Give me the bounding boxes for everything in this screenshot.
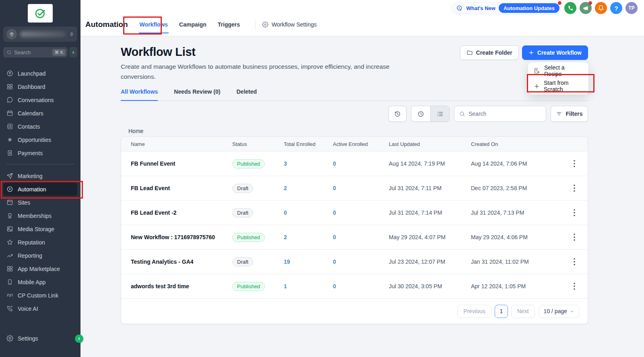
- sidebar-item-payments[interactable]: $ Payments: [3, 146, 77, 160]
- last-updated: May 29 2024, 4:07 PM: [389, 234, 471, 240]
- menu-item-select-recipe[interactable]: Select a Recipe: [528, 63, 588, 78]
- list-view-button[interactable]: [430, 106, 449, 121]
- tab-all-workflows[interactable]: All Workflows: [121, 88, 158, 101]
- sidebar-item-marketing[interactable]: Marketing: [3, 169, 77, 183]
- total-enrolled-link[interactable]: 0: [284, 209, 333, 216]
- workflow-settings-button[interactable]: Workflow Settings: [262, 21, 317, 28]
- table-row[interactable]: New Workflow : 1716978975760 Published 2…: [121, 225, 588, 250]
- active-enrolled-link[interactable]: 0: [333, 283, 389, 289]
- active-enrolled-link[interactable]: 0: [333, 259, 389, 265]
- table-row[interactable]: Testing Analytics - GA4 Draft 19 0 Jul 2…: [121, 250, 588, 274]
- row-menu-button[interactable]: [569, 232, 580, 243]
- table-row[interactable]: FB Lead Event Draft 2 0 Jul 31 2024, 7:1…: [121, 176, 588, 201]
- sidebar-item-cp-custom-link[interactable]: CP Custom Link: [3, 289, 77, 302]
- active-enrolled-link[interactable]: 0: [333, 160, 389, 167]
- sidebar-item-contacts[interactable]: Contacts: [3, 120, 77, 133]
- total-enrolled-link[interactable]: 19: [284, 259, 333, 265]
- create-workflow-button[interactable]: Create Workflow: [522, 45, 588, 60]
- announcements-button[interactable]: [580, 2, 592, 14]
- sidebar-item-dashboard[interactable]: Dashboard: [3, 80, 77, 93]
- table-row[interactable]: FB Lead Event -2 Draft 0 0 Jul 31 2024, …: [121, 201, 588, 225]
- workflow-name[interactable]: FB Lead Event -2: [121, 209, 232, 216]
- active-enrolled-link[interactable]: 0: [333, 234, 389, 240]
- sidebar-item-memberships[interactable]: Memberships: [3, 209, 77, 222]
- create-workflow-menu: Select a Recipe Start from Scratch: [528, 62, 588, 94]
- sidebar-item-label: Reporting: [18, 252, 42, 259]
- status-badge: Published: [232, 159, 265, 168]
- sidebar-item-label: Payments: [18, 150, 43, 156]
- automation-updates-badge[interactable]: Automation Updates: [499, 3, 559, 13]
- sidebar-item-voice-ai[interactable]: Voice AI: [3, 302, 77, 315]
- user-avatar[interactable]: TP: [625, 2, 638, 14]
- history-button[interactable]: [388, 106, 407, 122]
- workflow-table-card: Name Status Total Enrolled Active Enroll…: [121, 136, 588, 324]
- sidebar-item-calendars[interactable]: Calendars: [3, 107, 77, 120]
- total-enrolled-link[interactable]: 3: [284, 160, 333, 167]
- launchpad-icon: [6, 70, 13, 77]
- breadcrumb[interactable]: Home: [121, 128, 588, 134]
- next-page-button[interactable]: Next: [511, 305, 535, 318]
- sidebar-item-reporting[interactable]: Reporting: [3, 249, 77, 262]
- sidebar-item-conversations[interactable]: Conversations: [3, 93, 77, 107]
- filter-lines-icon: [556, 111, 562, 117]
- workflow-name[interactable]: New Workflow : 1716978975760: [121, 234, 232, 240]
- sidebar-item-sites[interactable]: Sites: [3, 196, 77, 209]
- whats-new-button[interactable]: What's New Automation Updates: [451, 2, 561, 14]
- total-enrolled-link[interactable]: 2: [284, 234, 333, 240]
- gear-icon: [6, 335, 13, 342]
- sidebar-item-settings[interactable]: Settings: [3, 332, 77, 345]
- timeline-view-button[interactable]: [411, 106, 430, 121]
- page-head: Workflow List Create and manage Workflow…: [121, 45, 588, 82]
- header-divider: [255, 19, 256, 30]
- sidebar-item-media-storage[interactable]: Media Storage: [3, 222, 77, 236]
- tab-needs-review[interactable]: Needs Review (0): [174, 88, 220, 101]
- row-menu-button[interactable]: [569, 183, 580, 194]
- active-enrolled-link[interactable]: 0: [333, 209, 389, 216]
- sidebar-item-launchpad[interactable]: Launchpad: [3, 67, 77, 80]
- page-size-select[interactable]: 10 / page: [539, 305, 579, 318]
- row-menu-button[interactable]: [569, 158, 580, 169]
- workflow-name[interactable]: FB Lead Event: [121, 185, 232, 191]
- pagination: Previous 1 Next 10 / page: [121, 299, 588, 324]
- tab-triggers[interactable]: Triggers: [217, 20, 241, 29]
- table-search[interactable]: [454, 106, 546, 122]
- sidebar-search-input[interactable]: ⌘ K: [3, 47, 68, 57]
- help-button[interactable]: ?: [610, 2, 622, 14]
- create-folder-button[interactable]: Create Folder: [460, 45, 519, 60]
- page-number-button[interactable]: 1: [495, 305, 508, 318]
- quick-actions-button[interactable]: [69, 47, 77, 57]
- brand-logo[interactable]: [28, 4, 53, 23]
- table-row[interactable]: adwords test 3rd time Published 1 0 Jul …: [121, 274, 588, 299]
- filters-button[interactable]: Filters: [551, 106, 588, 122]
- workflow-name[interactable]: Testing Analytics - GA4: [121, 259, 232, 265]
- table-row[interactable]: FB Funnel Event Published 3 0 Aug 14 202…: [121, 152, 588, 176]
- row-menu-button[interactable]: [569, 256, 580, 267]
- voice-phone-icon: [6, 305, 13, 312]
- sidebar-item-automation[interactable]: Automation: [3, 183, 77, 196]
- notification-dot: [558, 1, 561, 5]
- row-menu-button[interactable]: [569, 207, 580, 218]
- row-menu-button[interactable]: [569, 281, 580, 292]
- sidebar-item-opportunities[interactable]: Opportunities: [3, 133, 77, 146]
- sidebar-collapse-button[interactable]: [75, 334, 83, 343]
- tab-workflows[interactable]: Workflows: [139, 20, 169, 29]
- total-enrolled-link[interactable]: 1: [284, 283, 333, 289]
- workflow-name[interactable]: FB Funnel Event: [121, 160, 232, 167]
- notifications-button[interactable]: [595, 2, 607, 14]
- sidebar-search-field[interactable]: [14, 49, 42, 55]
- workflow-name[interactable]: adwords test 3rd time: [121, 283, 232, 289]
- tab-deleted[interactable]: Deleted: [236, 88, 257, 101]
- account-switcher[interactable]: [3, 27, 77, 42]
- active-enrolled-link[interactable]: 0: [333, 185, 389, 191]
- sidebar-item-mobile-app[interactable]: Mobile App: [3, 275, 77, 289]
- award-icon: [6, 212, 13, 219]
- sidebar-item-reputation[interactable]: Reputation: [3, 236, 77, 249]
- table-search-input[interactable]: [469, 111, 533, 117]
- sidebar-item-app-marketplace[interactable]: App Marketplace: [3, 262, 77, 275]
- phone-button[interactable]: [564, 2, 576, 14]
- tab-campaign[interactable]: Campaign: [178, 20, 207, 29]
- total-enrolled-link[interactable]: 2: [284, 185, 333, 191]
- send-icon: [6, 172, 13, 179]
- menu-item-start-from-scratch[interactable]: Start from Scratch: [528, 78, 588, 94]
- previous-page-button[interactable]: Previous: [457, 305, 491, 318]
